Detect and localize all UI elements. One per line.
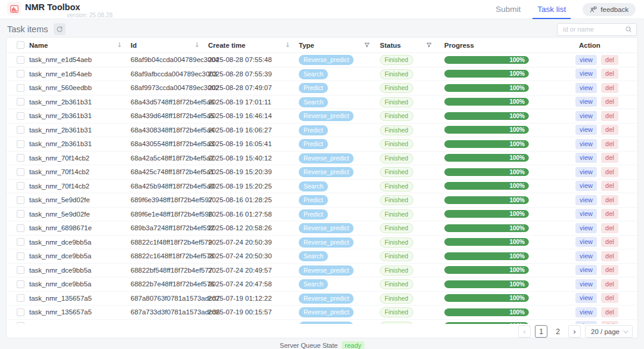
queue-state-badge: ready (342, 341, 364, 349)
view-button[interactable]: view (575, 279, 597, 289)
row-checkbox[interactable] (17, 168, 24, 176)
del-button[interactable]: del (601, 139, 618, 149)
row-checkbox[interactable] (17, 112, 24, 120)
del-button[interactable]: del (601, 55, 618, 65)
row-checkbox[interactable] (17, 140, 24, 148)
del-button[interactable]: del (601, 223, 618, 233)
del-button[interactable]: del (601, 307, 618, 317)
row-checkbox[interactable] (17, 280, 24, 288)
del-button[interactable]: del (601, 237, 618, 247)
page-size-select[interactable]: 20 / page (585, 325, 633, 338)
progress-bar: 100% (444, 252, 529, 260)
progress-fill: 100% (444, 126, 529, 134)
del-button[interactable]: del (601, 83, 618, 93)
row-checkbox[interactable] (17, 224, 24, 232)
filter-status-icon[interactable] (426, 42, 432, 48)
column-header-create-time: Create time (208, 42, 246, 49)
del-button[interactable]: del (601, 111, 618, 121)
task-name: task_nmr_e1d54aeb (29, 70, 131, 78)
del-button[interactable]: del (601, 69, 618, 79)
tab-task-list[interactable]: Task list (537, 0, 566, 19)
task-id: 68822bf548ff18f72b4ef577 (131, 267, 208, 274)
refresh-button[interactable] (54, 23, 66, 35)
del-button[interactable]: del (601, 97, 618, 107)
view-button[interactable]: view (575, 237, 597, 247)
task-id: 68a4305548ff18f72b4ef5a3 (131, 140, 208, 147)
table-row: task_nmr_2b361b31 68a4308348ff18f72b4ef5… (7, 123, 637, 138)
table-row: task_nmr_70f14cb2 68a425b948ff18f72b4ef5… (7, 180, 637, 194)
view-button[interactable]: view (575, 223, 597, 233)
chevron-down-icon (623, 328, 628, 333)
view-button[interactable]: view (575, 69, 597, 79)
row-checkbox[interactable] (17, 252, 24, 260)
del-button[interactable]: del (601, 125, 618, 135)
feedback-button[interactable]: feedback (583, 3, 636, 16)
status-badge: Finished (380, 294, 413, 304)
progress-fill: 100% (444, 224, 529, 232)
row-checkbox[interactable] (17, 70, 24, 78)
task-id: 68af9b04ccda004789ec3004 (131, 56, 208, 63)
status-badge: Finished (380, 153, 413, 163)
row-checkbox[interactable] (17, 182, 24, 190)
del-button[interactable]: del (601, 181, 618, 191)
del-button[interactable]: del (601, 251, 618, 261)
del-button[interactable]: del (601, 195, 618, 205)
view-button[interactable]: view (575, 251, 597, 261)
row-checkbox[interactable] (17, 308, 24, 316)
del-button[interactable]: del (601, 293, 618, 303)
del-button[interactable]: del (601, 167, 618, 177)
pagination-page-1[interactable]: 1 (535, 325, 547, 338)
view-button[interactable]: view (575, 265, 597, 275)
tab-submit[interactable]: Submit (496, 0, 521, 19)
search-input[interactable] (562, 25, 623, 33)
progress-fill: 100% (444, 70, 529, 78)
del-button[interactable]: del (601, 265, 618, 275)
view-button[interactable]: view (575, 307, 597, 317)
select-all-checkbox[interactable] (17, 41, 24, 49)
row-checkbox[interactable] (17, 154, 24, 162)
task-create-time: 2025-08-28 07:55:48 (208, 56, 299, 63)
table-row: task_nmr_e1d54aeb 68af9afbccda004789ec30… (7, 67, 637, 82)
view-button[interactable]: view (575, 181, 597, 191)
view-button[interactable]: view (575, 55, 597, 65)
view-button[interactable]: view (575, 111, 597, 121)
view-button[interactable]: view (575, 209, 597, 219)
type-badge: Reverse_predict (299, 307, 354, 317)
row-checkbox[interactable] (17, 266, 24, 274)
row-checkbox[interactable] (17, 210, 24, 218)
filter-type-icon[interactable] (364, 42, 370, 48)
progress-bar: 100% (444, 140, 529, 148)
pagination-page-2[interactable]: 2 (552, 325, 564, 338)
task-name: task_nmr_dce9bb5a (29, 252, 131, 260)
view-button[interactable]: view (575, 167, 597, 177)
row-checkbox[interactable] (17, 196, 24, 204)
search-icon[interactable] (625, 26, 632, 33)
view-button[interactable]: view (575, 293, 597, 303)
sort-create-time-icon[interactable]: ↓ (285, 42, 290, 48)
row-checkbox[interactable] (17, 84, 24, 92)
pagination-next-icon[interactable]: › (568, 325, 581, 338)
view-button[interactable]: view (575, 97, 597, 107)
row-checkbox[interactable] (17, 294, 24, 302)
progress-bar: 100% (444, 56, 529, 64)
view-button[interactable]: view (575, 195, 597, 205)
sort-name-icon[interactable]: ↓ (117, 42, 122, 48)
type-badge: Search (299, 97, 328, 107)
row-checkbox[interactable] (17, 98, 24, 106)
view-button[interactable]: view (575, 139, 597, 149)
progress-bar: 100% (444, 308, 529, 316)
view-button[interactable]: view (575, 83, 597, 93)
del-button[interactable]: del (601, 279, 618, 289)
row-checkbox[interactable] (17, 238, 24, 246)
row-checkbox[interactable] (17, 56, 24, 64)
del-button[interactable]: del (601, 209, 618, 219)
view-button[interactable]: view (575, 125, 597, 135)
pagination-prev-icon[interactable]: ‹ (518, 325, 531, 338)
view-button[interactable]: view (575, 153, 597, 163)
pagination: ‹ 1 2 › 20 / page (7, 324, 637, 338)
page-title: Task items (7, 24, 48, 34)
type-badge: Predict (299, 125, 328, 135)
sort-id-icon[interactable]: ↓ (194, 42, 200, 48)
row-checkbox[interactable] (17, 126, 24, 134)
del-button[interactable]: del (601, 153, 618, 163)
